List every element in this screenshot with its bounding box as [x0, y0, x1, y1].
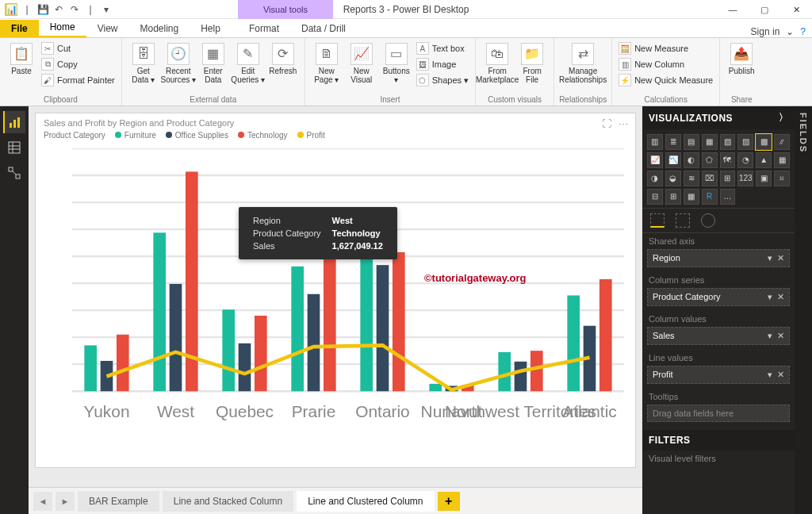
- report-view-button[interactable]: [3, 111, 25, 133]
- viz-type-icon[interactable]: ▥: [647, 134, 663, 150]
- chevron-down-icon[interactable]: ▾: [768, 331, 772, 341]
- viz-type-icon[interactable]: ◒: [665, 171, 681, 186]
- viz-type-icon[interactable]: ≣: [665, 134, 681, 150]
- field-well-region[interactable]: Region▾✕: [647, 249, 790, 267]
- recent-sources-button[interactable]: 🕘Recent Sources ▾: [162, 41, 195, 86]
- window-maximize-button[interactable]: ▢: [749, 0, 780, 19]
- page-tab[interactable]: Line and Clustered Column: [297, 491, 434, 512]
- field-well-product-category[interactable]: Product Category▾✕: [647, 288, 790, 306]
- file-tab[interactable]: File: [0, 20, 39, 37]
- chevron-down-icon[interactable]: ▾: [768, 370, 772, 380]
- fields-pane-collapsed[interactable]: FIELDS: [795, 106, 812, 514]
- viz-type-icon[interactable]: ▩: [756, 134, 772, 150]
- paste-button[interactable]: 📋 Paste: [5, 41, 38, 77]
- window-close-button[interactable]: ✕: [780, 0, 812, 19]
- get-data-button[interactable]: 🗄Get Data ▾: [127, 41, 160, 86]
- pane-header[interactable]: VISUALIZATIONS 〉: [642, 106, 795, 129]
- help-icon[interactable]: ?: [800, 26, 806, 37]
- model-view-button[interactable]: [3, 162, 25, 184]
- viz-type-icon[interactable]: ▦: [774, 152, 790, 168]
- format-painter-button[interactable]: 🖌Format Painter: [40, 73, 117, 87]
- viz-type-icon[interactable]: 🗺: [720, 152, 736, 168]
- chevron-down-icon[interactable]: ▾: [768, 253, 772, 263]
- viz-type-icon[interactable]: ▲: [756, 152, 772, 168]
- image-button[interactable]: 🖼Image: [415, 57, 470, 71]
- chart-visual[interactable]: ⛶ ··· Sales and Profit by Region and Pro…: [35, 113, 636, 468]
- buttons-button[interactable]: ▭Buttons ▾: [380, 41, 413, 86]
- format-tab-icon[interactable]: [676, 213, 690, 228]
- field-well-profit[interactable]: Profit▾✕: [647, 366, 790, 384]
- viz-type-icon[interactable]: ⌧: [702, 171, 718, 186]
- viz-type-icon[interactable]: ◐: [684, 152, 699, 168]
- edit-queries-button[interactable]: ✎Edit Queries ▾: [232, 41, 265, 86]
- remove-field-icon[interactable]: ✕: [777, 370, 784, 380]
- viz-type-icon[interactable]: ▦: [684, 189, 699, 205]
- enter-data-button[interactable]: ▦Enter Data: [197, 41, 230, 86]
- viz-type-icon[interactable]: ◔: [737, 152, 753, 168]
- chevron-right-icon[interactable]: 〉: [779, 111, 789, 125]
- viz-type-icon[interactable]: ▦: [702, 134, 718, 150]
- viz-type-icon[interactable]: ⬠: [702, 152, 718, 168]
- from-marketplace-button[interactable]: 🛍From Marketplace: [481, 41, 514, 86]
- qat-customize-icon[interactable]: ▾: [100, 3, 113, 16]
- page-nav-next[interactable]: ►: [56, 492, 75, 511]
- viz-type-icon[interactable]: ▧: [720, 134, 736, 150]
- new-quick-measure-button[interactable]: ⚡New Quick Measure: [617, 73, 714, 87]
- window-minimize-button[interactable]: —: [717, 0, 749, 19]
- save-icon[interactable]: 💾: [36, 3, 49, 16]
- textbox-button[interactable]: AText box: [415, 41, 470, 56]
- cut-button[interactable]: ✂Cut: [40, 41, 117, 56]
- viz-type-icon[interactable]: ≋: [684, 171, 699, 186]
- viz-type-icon[interactable]: ⌗: [774, 171, 790, 186]
- copy-button[interactable]: ⧉Copy: [40, 57, 117, 71]
- analytics-tab-icon[interactable]: [701, 213, 715, 228]
- refresh-button[interactable]: ⟳Refresh: [266, 41, 300, 77]
- chevron-down-icon[interactable]: ⌄: [786, 26, 794, 37]
- fields-tab-icon[interactable]: [650, 213, 665, 228]
- new-column-button[interactable]: ▥New Column: [617, 57, 714, 71]
- viz-type-icon[interactable]: 123: [737, 171, 753, 186]
- sign-in-link[interactable]: Sign in: [751, 26, 780, 37]
- viz-type-icon[interactable]: 📉: [665, 152, 681, 168]
- tab-home[interactable]: Home: [39, 18, 86, 37]
- viz-type-icon[interactable]: ⫽: [774, 134, 790, 150]
- add-page-button[interactable]: +: [438, 492, 460, 511]
- viz-type-icon[interactable]: 📈: [647, 152, 663, 168]
- new-measure-button[interactable]: 🧮New Measure: [617, 41, 714, 56]
- tab-data-drill[interactable]: Data / Drill: [290, 20, 357, 37]
- page-tab[interactable]: Line and Stacked Column: [163, 491, 293, 512]
- page-tab[interactable]: BAR Example: [78, 491, 159, 512]
- shapes-button[interactable]: ⬠Shapes ▾: [415, 73, 470, 87]
- redo-icon[interactable]: ↷: [68, 3, 81, 16]
- new-page-button[interactable]: 🗎New Page ▾: [310, 41, 343, 86]
- publish-button[interactable]: 📤Publish: [725, 41, 758, 77]
- viz-type-icon[interactable]: ⊞: [665, 189, 681, 205]
- remove-field-icon[interactable]: ✕: [777, 331, 784, 341]
- filters-header[interactable]: FILTERS: [642, 430, 795, 451]
- viz-type-icon[interactable]: ◑: [647, 171, 663, 186]
- tab-help[interactable]: Help: [190, 20, 232, 37]
- tab-modeling[interactable]: Modeling: [128, 20, 190, 37]
- viz-type-icon[interactable]: ▤: [684, 134, 699, 150]
- chevron-down-icon[interactable]: ▾: [768, 292, 772, 302]
- page-nav-prev[interactable]: ◄: [33, 492, 52, 511]
- viz-type-icon[interactable]: ▨: [737, 134, 753, 150]
- viz-type-icon[interactable]: …: [720, 189, 736, 205]
- undo-icon[interactable]: ↶: [52, 3, 65, 16]
- data-view-button[interactable]: [3, 136, 25, 159]
- tab-view[interactable]: View: [86, 20, 129, 37]
- new-visual-button[interactable]: 📈New Visual: [345, 41, 378, 86]
- manage-relationships-button[interactable]: ⇄Manage Relationships: [559, 41, 607, 86]
- focus-mode-icon[interactable]: ⛶: [602, 118, 611, 129]
- field-well-tooltips[interactable]: Drag data fields here: [647, 405, 790, 422]
- viz-type-icon[interactable]: ▣: [756, 171, 772, 186]
- remove-field-icon[interactable]: ✕: [777, 292, 784, 302]
- field-well-sales[interactable]: Sales▾✕: [647, 327, 790, 345]
- viz-type-icon[interactable]: R: [702, 189, 718, 205]
- remove-field-icon[interactable]: ✕: [777, 253, 784, 263]
- viz-type-icon[interactable]: ⊟: [647, 189, 663, 205]
- tab-format[interactable]: Format: [238, 20, 290, 37]
- from-file-button[interactable]: 📁From File: [515, 41, 549, 86]
- viz-type-icon[interactable]: ⊞: [720, 171, 736, 186]
- more-options-icon[interactable]: ···: [619, 118, 629, 129]
